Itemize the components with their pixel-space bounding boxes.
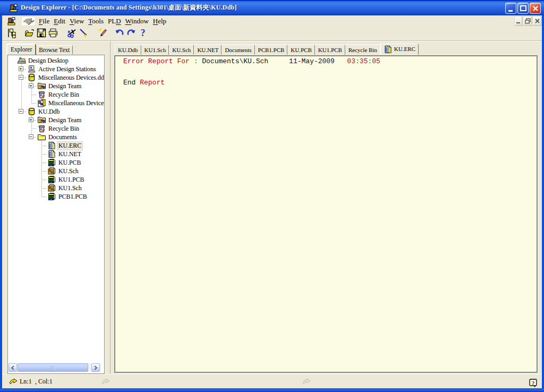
folder-icon xyxy=(37,133,46,141)
document-tab-label: KU1.Sch xyxy=(144,47,166,53)
report-doc-icon xyxy=(47,141,56,150)
cut-button[interactable] xyxy=(67,29,78,39)
collapse-toggle[interactable]: − xyxy=(29,134,33,139)
question-icon: ? xyxy=(138,28,148,40)
toggle-explorer-button[interactable] xyxy=(6,29,17,39)
menu-file[interactable]: File xyxy=(37,17,52,25)
tree-item-pcb1-pcb[interactable]: PCB1.PCB xyxy=(47,192,88,201)
tree-item-miscellaneous-devices-lib[interactable]: Miscellaneous Devices.lib xyxy=(37,99,104,107)
pcb-doc-icon xyxy=(47,192,56,201)
undo-button[interactable] xyxy=(114,29,125,39)
tree-item-active-design-stations[interactable]: Active Design Stations xyxy=(27,65,97,73)
panel-tab-browse-text[interactable]: Browse Text xyxy=(36,45,73,55)
close-button[interactable] xyxy=(530,3,541,14)
menu-view[interactable]: View xyxy=(67,17,86,25)
tree-item-ku-net[interactable]: KU.NET xyxy=(47,150,82,158)
tree-item-label: KU.PCB xyxy=(57,159,82,167)
open-document-button[interactable] xyxy=(24,29,35,39)
editor-text-segment: 35 xyxy=(360,57,368,65)
text-editor[interactable]: Error Report For : Documents\KU.Sch 11-M… xyxy=(115,56,537,372)
print-button[interactable] xyxy=(48,29,58,39)
menu-window[interactable]: Window xyxy=(123,17,151,25)
recycle-icon xyxy=(37,90,46,99)
tree-item-design-team[interactable]: Design Team xyxy=(37,82,82,90)
document-tab-label: Documents xyxy=(225,47,251,53)
knife-icon xyxy=(79,28,89,40)
database-icon xyxy=(27,107,36,116)
help-button[interactable]: ? xyxy=(138,29,148,39)
menu-help[interactable]: Help xyxy=(151,17,168,25)
tree-item-label: Miscellaneous Devices.lib xyxy=(47,99,104,107)
document-tab-ku-pcb[interactable]: KU.PCB xyxy=(287,45,314,55)
app-icon-small[interactable] xyxy=(7,17,16,25)
panel-tab-explorer[interactable]: Explorer xyxy=(7,44,36,55)
minimize-button[interactable] xyxy=(505,3,516,14)
expand-toggle[interactable]: + xyxy=(29,117,33,122)
tree-item-label: Active Design Stations xyxy=(37,65,97,73)
scroll-right-button[interactable] xyxy=(91,363,100,372)
document-tabs: KU.DdbKU1.SchKU.SchKU.NETDocumentsPCB1.P… xyxy=(115,44,419,55)
maximize-button[interactable] xyxy=(517,3,529,14)
expand-toggle[interactable]: + xyxy=(19,66,23,71)
tree-item-ku-pcb[interactable]: KU.PCB xyxy=(47,158,82,167)
document-tab-pcb1-pcb[interactable]: PCB1.PCB xyxy=(255,45,288,55)
document-tab-label: KU.PCB xyxy=(291,47,311,53)
editor-text-segment: : xyxy=(355,57,360,65)
menu-tools[interactable]: Tools xyxy=(86,17,106,25)
mdi-minimize-button[interactable] xyxy=(515,16,522,25)
tree-item-ku-erc[interactable]: KU.ERC xyxy=(47,141,82,150)
tree-item-label: Design Desktop xyxy=(27,57,70,65)
tree-item-design-team[interactable]: Design Team xyxy=(37,116,82,124)
scroll-left-button[interactable] xyxy=(8,363,17,372)
close-icon xyxy=(530,3,541,14)
tree-item-design-desktop[interactable]: Design Desktop xyxy=(17,56,70,65)
menu-edit[interactable]: Edit xyxy=(52,17,67,25)
explorer-panel: ExplorerBrowse Text Design Desktop+ Acti… xyxy=(2,41,106,374)
editor-text-segment: : xyxy=(368,57,372,65)
tree-item-ku-ddb[interactable]: KU.Ddb xyxy=(27,107,61,116)
collapse-toggle[interactable]: − xyxy=(19,109,23,114)
tree-item-ku1-pcb[interactable]: KU1.PCB xyxy=(47,175,85,184)
tree-item-label: KU1.Sch xyxy=(57,184,83,192)
document-tab-ku1-pcb[interactable]: KU1.PCB xyxy=(315,45,345,55)
status-line-number: Ln:1 xyxy=(20,378,32,386)
tree-item-label: KU.NET xyxy=(57,150,82,158)
menu-items: FileEditViewToolsPLDWindowHelp xyxy=(37,15,168,27)
save-button[interactable] xyxy=(36,29,47,39)
app-icon[interactable] xyxy=(10,4,18,12)
mdi-close-button[interactable] xyxy=(533,16,541,25)
document-tab-ku1-sch[interactable]: KU1.Sch xyxy=(141,45,169,55)
document-tab-recycle-bin[interactable]: Recycle Bin xyxy=(345,45,380,55)
pcb-doc-icon xyxy=(47,158,56,167)
titlebar[interactable]: Design Explorer - [C:\Documents and Sett… xyxy=(0,0,544,15)
paste-button[interactable] xyxy=(79,29,89,39)
document-menu-arrow-button[interactable] xyxy=(21,16,36,26)
editor-text-segment: 11-May-2009 xyxy=(289,57,335,65)
tree-item-label: Documents xyxy=(47,133,78,141)
scrollbar-thumb[interactable] xyxy=(18,363,88,372)
panel-splitter[interactable] xyxy=(106,41,110,374)
library-icon xyxy=(37,99,46,107)
tree-item-recycle-bin[interactable]: Recycle Bin xyxy=(37,124,80,133)
tree-horizontal-scrollbar[interactable] xyxy=(8,363,101,372)
document-tab-documents[interactable]: Documents xyxy=(222,45,254,55)
tree-item-miscellaneous-devices-ddb[interactable]: Miscellaneous Devices.ddb xyxy=(27,73,104,82)
expand-toggle[interactable]: + xyxy=(29,83,33,88)
document-tab-ku-ddb[interactable]: KU.Ddb xyxy=(115,45,141,55)
document-tab-ku-sch[interactable]: KU.Sch xyxy=(169,45,194,55)
document-tab-ku-erc[interactable]: KU.ERC xyxy=(380,44,419,55)
open-folder-icon xyxy=(24,28,35,40)
tree-item-ku1-sch[interactable]: KU1.Sch xyxy=(47,184,83,192)
undo-icon xyxy=(114,28,125,40)
tree-item-documents[interactable]: Documents xyxy=(37,133,78,141)
collapse-toggle[interactable]: − xyxy=(19,75,23,80)
tree-item-ku-sch[interactable]: KU.Sch xyxy=(47,167,80,175)
menu-pld[interactable]: PLD xyxy=(106,17,123,25)
redo-button[interactable] xyxy=(126,29,137,39)
mdi-restore-button[interactable] xyxy=(523,16,532,25)
tree-item-recycle-bin[interactable]: Recycle Bin xyxy=(37,90,80,99)
tree-toggle-icon xyxy=(6,28,17,40)
sch-doc-icon xyxy=(47,167,56,175)
wizard-button[interactable] xyxy=(97,29,108,39)
document-tab-ku-net[interactable]: KU.NET xyxy=(194,45,222,55)
